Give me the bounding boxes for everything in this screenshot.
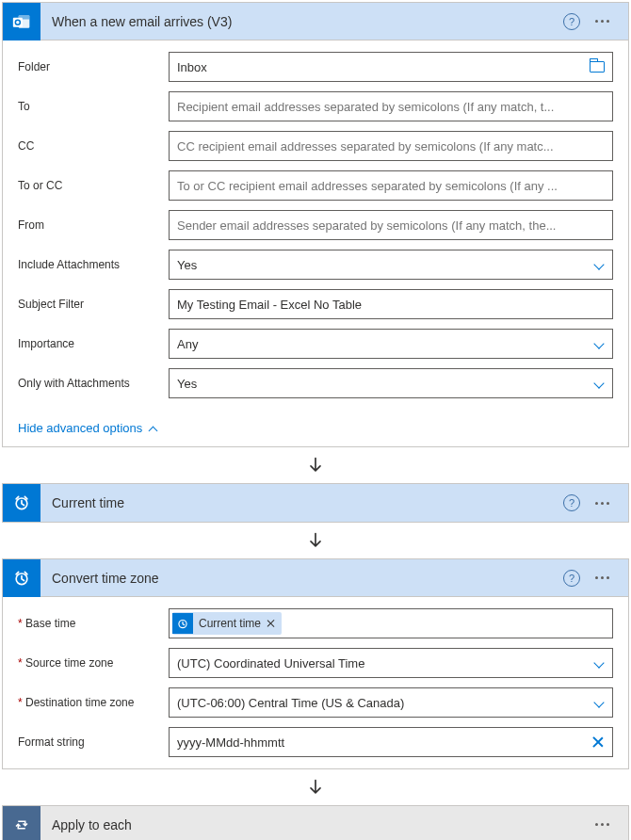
card-header[interactable]: Current time ?	[3, 484, 628, 522]
format-input[interactable]: yyyy-MMdd-hhmmtt	[169, 727, 613, 757]
subject-filter-label: Subject Filter	[18, 298, 169, 311]
clear-icon[interactable]	[591, 735, 605, 749]
chevron-down-icon	[593, 657, 605, 669]
card-header[interactable]: Convert time zone ?	[3, 559, 628, 597]
dest-tz-label: * Destination time zone	[18, 696, 169, 709]
svg-rect-2	[13, 17, 23, 26]
dest-tz-select[interactable]: (UTC-06:00) Central Time (US & Canada)	[169, 687, 613, 718]
action-card-convert-time-zone: Convert time zone ? * Base time Current …	[2, 558, 629, 769]
chevron-down-icon	[593, 697, 605, 708]
chevron-down-icon	[593, 378, 605, 389]
chevron-down-icon	[593, 338, 605, 349]
importance-select[interactable]: Any	[169, 329, 613, 359]
to-or-cc-label: To or CC	[18, 179, 169, 192]
card-title: Convert time zone	[40, 571, 563, 586]
flow-arrow-icon	[2, 526, 629, 555]
from-input[interactable]: Sender email addresses separated by semi…	[169, 210, 613, 240]
chevron-up-icon	[148, 423, 159, 434]
from-label: From	[18, 218, 169, 232]
hide-advanced-options-link[interactable]: Hide advanced options	[18, 421, 159, 435]
token-remove-icon[interactable]	[267, 619, 276, 628]
action-card-apply-to-each: Apply to each * Select an output from pr…	[2, 805, 629, 840]
flow-arrow-icon	[2, 451, 629, 479]
clock-icon	[3, 484, 40, 522]
card-header[interactable]: When a new email arrives (V3) ?	[3, 3, 628, 40]
folder-input[interactable]: Inbox	[169, 52, 613, 82]
include-attachments-label: Include Attachments	[18, 258, 169, 271]
more-icon[interactable]	[591, 573, 613, 583]
base-time-label: * Base time	[18, 617, 169, 630]
clock-icon	[172, 613, 193, 634]
card-title: Current time	[40, 495, 563, 510]
chevron-down-icon	[593, 259, 605, 270]
help-icon[interactable]: ?	[563, 13, 580, 30]
loop-icon	[3, 806, 40, 841]
card-title: Apply to each	[40, 817, 591, 832]
include-attachments-select[interactable]: Yes	[169, 250, 613, 280]
action-card-current-time: Current time ?	[2, 483, 629, 523]
clock-icon	[3, 559, 40, 597]
help-icon[interactable]: ?	[563, 494, 580, 511]
card-body: * Base time Current time * Source time z…	[3, 597, 628, 768]
card-title: When a new email arrives (V3)	[40, 14, 563, 29]
cc-input[interactable]: CC recipient email addresses separated b…	[169, 131, 613, 161]
help-icon[interactable]: ?	[563, 570, 580, 587]
subject-filter-input[interactable]: My Testing Email - Excel No Table	[169, 289, 613, 319]
to-input[interactable]: Recipient email addresses separated by s…	[169, 91, 613, 121]
card-body: Folder Inbox To Recipient email addresse…	[3, 40, 628, 446]
token-current-time[interactable]: Current time	[172, 612, 282, 635]
folder-picker-icon[interactable]	[590, 61, 605, 73]
trigger-card-email-arrives: When a new email arrives (V3) ? Folder I…	[2, 2, 629, 447]
source-tz-select[interactable]: (UTC) Coordinated Universal Time	[169, 648, 613, 678]
card-header[interactable]: Apply to each	[3, 806, 628, 840]
only-with-attachments-label: Only with Attachments	[18, 377, 169, 390]
more-icon[interactable]	[591, 16, 613, 26]
more-icon[interactable]	[591, 498, 613, 509]
to-or-cc-input[interactable]: To or CC recipient email addresses separ…	[169, 170, 613, 201]
flow-arrow-icon	[2, 773, 629, 801]
outlook-icon	[3, 3, 40, 40]
importance-label: Importance	[18, 337, 169, 350]
folder-label: Folder	[18, 60, 169, 73]
source-tz-label: * Source time zone	[18, 656, 169, 670]
only-with-attachments-select[interactable]: Yes	[169, 368, 613, 398]
format-label: Format string	[18, 735, 169, 749]
more-icon[interactable]	[591, 819, 613, 830]
cc-label: CC	[18, 139, 169, 153]
to-label: To	[18, 100, 169, 113]
base-time-input[interactable]: Current time	[169, 608, 613, 638]
